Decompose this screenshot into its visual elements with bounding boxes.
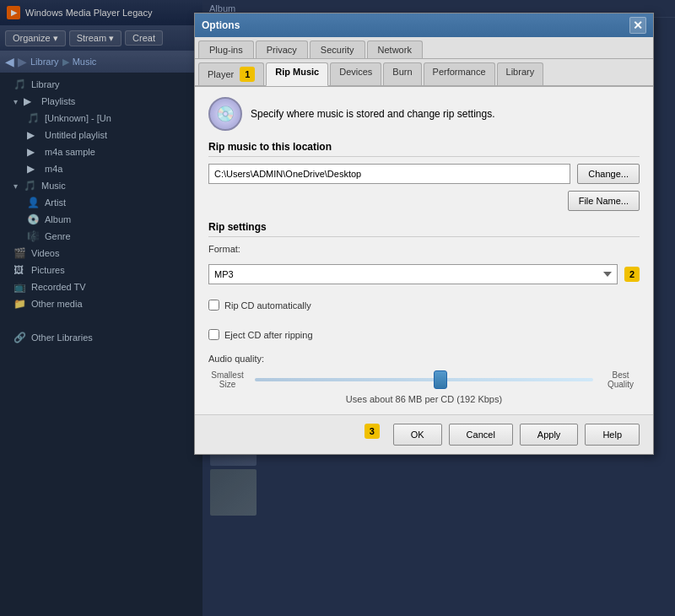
options-dialog: Options ✕ Plug-ins Privacy Security Netw… bbox=[194, 13, 654, 455]
apply-button[interactable]: Apply bbox=[520, 424, 579, 446]
rip-settings-title: Rip settings bbox=[208, 221, 640, 237]
location-row: Change... bbox=[208, 164, 640, 184]
audio-quality-label: Audio quality: bbox=[208, 354, 640, 364]
dialog-title: Options bbox=[202, 19, 240, 31]
tab-player[interactable]: Player 1 bbox=[198, 62, 264, 85]
tab-devices[interactable]: Devices bbox=[330, 62, 381, 85]
audio-quality-slider[interactable] bbox=[255, 378, 593, 381]
rip-settings-section: Rip settings Format: MP3 WAV WMA WMA Var… bbox=[208, 221, 640, 404]
header-row: 💿 Specify where music is stored and chan… bbox=[208, 97, 640, 131]
dialog-content: Plug-ins Privacy Security Network Player… bbox=[195, 37, 653, 414]
rip-cd-label[interactable]: Rip CD automatically bbox=[224, 300, 311, 311]
dialog-body: 💿 Specify where music is stored and chan… bbox=[195, 87, 653, 414]
location-input[interactable] bbox=[208, 164, 570, 184]
slider-info: Uses about 86 MB per CD (192 Kbps) bbox=[208, 394, 640, 404]
badge-2: 2 bbox=[624, 267, 640, 282]
audio-quality-section: Audio quality: SmallestSize BestQuality … bbox=[208, 354, 640, 404]
dialog-overlay: Options ✕ Plug-ins Privacy Security Netw… bbox=[0, 0, 675, 616]
help-button[interactable]: Help bbox=[585, 424, 640, 446]
tab-row-1: Plug-ins Privacy Security Network bbox=[195, 37, 653, 59]
eject-cd-label[interactable]: Eject CD after ripping bbox=[224, 330, 313, 340]
rip-music-icon: 💿 bbox=[208, 97, 242, 131]
header-description: Specify where music is stored and change… bbox=[251, 108, 494, 120]
dialog-footer: 3 OK Cancel Apply Help bbox=[195, 414, 653, 454]
dialog-titlebar: Options ✕ bbox=[195, 14, 653, 37]
location-section-title: Rip music to this location bbox=[208, 141, 640, 157]
tab-library[interactable]: Library bbox=[497, 62, 544, 85]
dialog-close-button[interactable]: ✕ bbox=[629, 17, 646, 34]
eject-cd-checkbox[interactable] bbox=[208, 329, 219, 340]
filename-button[interactable]: File Name... bbox=[568, 191, 640, 211]
tab-plugins[interactable]: Plug-ins bbox=[198, 41, 254, 58]
rip-cd-checkbox[interactable] bbox=[208, 300, 219, 311]
tab-security[interactable]: Security bbox=[310, 41, 365, 58]
badge-3: 3 bbox=[364, 424, 380, 439]
cancel-button[interactable]: Cancel bbox=[449, 424, 513, 446]
tab-network[interactable]: Network bbox=[367, 41, 423, 58]
slider-max-label: BestQuality bbox=[602, 370, 640, 389]
tab-privacy[interactable]: Privacy bbox=[256, 41, 308, 58]
tab-burn[interactable]: Burn bbox=[383, 62, 421, 85]
tab-performance[interactable]: Performance bbox=[424, 62, 495, 85]
tab-rip-music[interactable]: Rip Music bbox=[266, 62, 328, 86]
ok-button[interactable]: OK bbox=[393, 424, 442, 446]
format-row: Format: bbox=[208, 244, 640, 254]
slider-min-label: SmallestSize bbox=[208, 370, 246, 389]
tab-row-2: Player 1 Rip Music Devices Burn Performa… bbox=[195, 59, 653, 87]
change-button[interactable]: Change... bbox=[577, 164, 640, 184]
format-label: Format: bbox=[208, 244, 240, 254]
badge-1: 1 bbox=[240, 67, 255, 82]
eject-cd-row: Eject CD after ripping bbox=[208, 324, 640, 345]
slider-container: SmallestSize BestQuality bbox=[208, 370, 640, 389]
format-select[interactable]: MP3 WAV WMA WMA Variable Bit Rate WMA Lo… bbox=[208, 264, 618, 284]
rip-cd-row: Rip CD automatically bbox=[208, 294, 640, 316]
location-section: Rip music to this location Change... Fil… bbox=[208, 141, 640, 211]
